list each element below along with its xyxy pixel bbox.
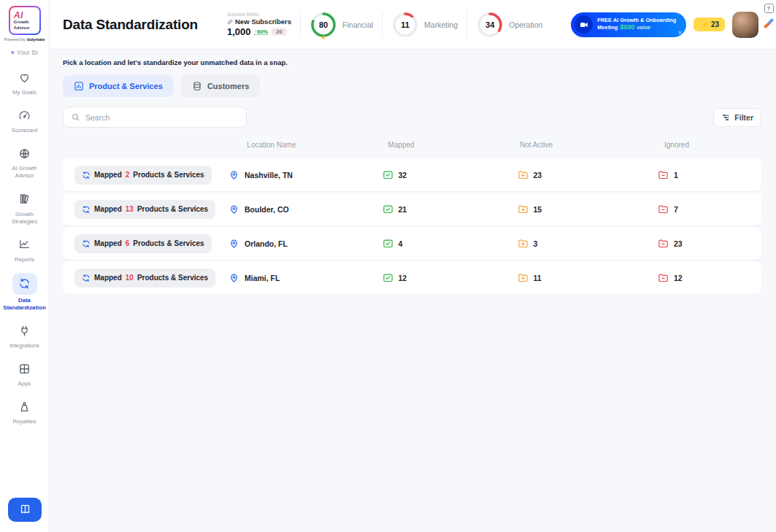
- not-active-value: 11: [534, 274, 542, 282]
- mapped-products-button[interactable]: Mapped 13 Products & Services: [74, 200, 215, 219]
- tab-bar: Product & Services Customers: [63, 75, 761, 97]
- folder-plus-icon: [518, 238, 529, 249]
- kpi-ring: 34: [476, 11, 504, 39]
- location-name: Boulder, CO: [245, 205, 289, 214]
- not-active-value: 3: [534, 239, 538, 248]
- magic-pen-icon[interactable]: [764, 18, 774, 28]
- filter-icon: [721, 113, 730, 122]
- folder-minus-icon: [658, 204, 669, 215]
- energy-count: 23: [711, 20, 719, 28]
- plug-icon: [14, 321, 36, 340]
- sidebar-item-reports[interactable]: Reports: [0, 235, 49, 263]
- sidebar-item-scorecard[interactable]: Scorecard: [0, 106, 49, 134]
- sidebar-item-integrations[interactable]: Integrations: [0, 321, 49, 350]
- divider: [382, 11, 383, 39]
- powered-by: Powered bydutymate: [4, 37, 45, 42]
- tab-product-services[interactable]: Product & Services: [63, 75, 174, 97]
- sidebar-item-label: Apps: [18, 380, 31, 388]
- mapped-count: 6: [126, 239, 130, 247]
- filter-label: Filter: [734, 113, 753, 122]
- app-logo[interactable]: AI Growth Advisor: [9, 6, 41, 35]
- energy-credits-badge[interactable]: ⚡ 23: [694, 18, 725, 31]
- sidebar-item-label: Reports: [15, 256, 34, 263]
- guide-book-button[interactable]: [8, 498, 42, 522]
- sidebar-item-growth-strategies[interactable]: Growth Strategies: [0, 190, 49, 225]
- main-panel: Pick a location and let's standardize yo…: [50, 50, 776, 532]
- location-pin-icon: [228, 238, 239, 249]
- sidebar-nav: My Goals Scorecard AI Growth Advisor Gro…: [0, 68, 49, 426]
- sync-icon: [82, 274, 91, 282]
- sync-icon: [12, 273, 37, 295]
- location-cell: Orlando, FL: [228, 238, 315, 249]
- gauge-icon: [14, 106, 36, 125]
- mapped-value: 21: [399, 205, 407, 214]
- kpi-financial[interactable]: 80 ★ Financial: [310, 11, 373, 39]
- ignored-cell: 1: [658, 169, 696, 180]
- metric-section-label: Success Metric: [227, 12, 291, 17]
- mapped-products-button[interactable]: Mapped 10 Products & Services: [74, 269, 215, 288]
- metric-delta: ↑60%: [255, 28, 269, 35]
- kpi-operation[interactable]: 34 Operation: [476, 11, 542, 39]
- bar-chart-icon: [74, 81, 84, 91]
- mapped-products-button[interactable]: Mapped 6 Products & Services: [74, 234, 212, 253]
- check-square-icon: [383, 238, 393, 249]
- promo-meeting-banner[interactable]: FREE AI Growth & Onboarding Meeting $500…: [571, 12, 686, 37]
- video-camera-icon: [575, 15, 593, 34]
- col-ignored: Ignored: [604, 141, 750, 149]
- sidebar-item-apps[interactable]: Apps: [0, 359, 49, 388]
- help-icon[interactable]: ?: [764, 4, 774, 13]
- location-cell: Boulder, CO: [228, 204, 315, 215]
- kpi-marketing[interactable]: 11 Marketing: [391, 11, 458, 39]
- search-input[interactable]: [85, 113, 239, 122]
- page-title: Data Standardization: [63, 17, 198, 33]
- kpi-value: 11: [391, 11, 419, 39]
- ignored-value: 23: [674, 239, 683, 248]
- toolbar: Filter: [63, 107, 761, 128]
- logo-text: AI: [14, 10, 39, 20]
- tab-label: Product & Services: [89, 82, 163, 90]
- location-name: Orlando, FL: [245, 239, 288, 248]
- mapped-value: 32: [399, 171, 407, 180]
- filter-button[interactable]: Filter: [713, 108, 761, 127]
- check-square-icon: [383, 272, 393, 283]
- globe-icon: [14, 144, 36, 163]
- kpi-ring: 11: [391, 11, 419, 39]
- grid-icon: [14, 359, 36, 378]
- sidebar-item-data-standardization[interactable]: Data Standardization: [0, 273, 49, 312]
- sidebar-item-my-goals[interactable]: My Goals: [0, 68, 49, 96]
- avatar[interactable]: [732, 12, 758, 38]
- workspace-selector[interactable]: ♥ Your Br: [10, 49, 38, 56]
- tab-customers[interactable]: Customers: [181, 75, 260, 97]
- table-row: Mapped 13 Products & Services Boulder, C…: [63, 193, 761, 225]
- sidebar-item-royalties[interactable]: Royalties: [0, 397, 49, 425]
- kpi-ring: 80 ★: [310, 11, 337, 39]
- database-icon: [192, 81, 202, 91]
- content-area: Data Standardization Success Metric New …: [50, 0, 776, 532]
- sidebar-item-label: Scorecard: [12, 127, 38, 134]
- kpi-label: Operation: [509, 20, 542, 29]
- folder-plus-icon: [518, 204, 529, 215]
- sidebar-item-label: My Goals: [12, 89, 37, 96]
- sync-icon: [82, 171, 91, 180]
- intro-text: Pick a location and let's standardize yo…: [63, 58, 761, 66]
- kpi-label: Marketing: [424, 20, 458, 29]
- mapped-cell: 4: [383, 238, 420, 249]
- mapped-products-button[interactable]: Mapped 2 Products & Services: [74, 166, 212, 185]
- mapped-cell: 32: [383, 169, 420, 180]
- heart-hands-icon: [14, 68, 36, 87]
- table-row: Mapped 10 Products & Services Miami, FL …: [63, 261, 761, 294]
- col-mapped: Mapped: [334, 141, 469, 149]
- search-box[interactable]: [63, 107, 247, 128]
- mapped-cell: 12: [383, 272, 420, 283]
- not-active-value: 23: [534, 171, 542, 180]
- close-icon[interactable]: ✕: [678, 30, 683, 36]
- sync-icon: [82, 205, 91, 214]
- folder-minus-icon: [658, 169, 669, 180]
- not-active-cell: 3: [518, 238, 556, 249]
- sidebar-item-ai-growth-advisor[interactable]: AI Growth Advisor: [0, 144, 49, 180]
- sidebar-item-label: Data Standardization: [2, 297, 47, 312]
- col-location-name: Location Name: [210, 141, 334, 149]
- table-row: Mapped 6 Products & Services Orlando, FL…: [63, 227, 761, 260]
- location-pin-icon: [228, 169, 239, 180]
- not-active-value: 15: [534, 205, 542, 214]
